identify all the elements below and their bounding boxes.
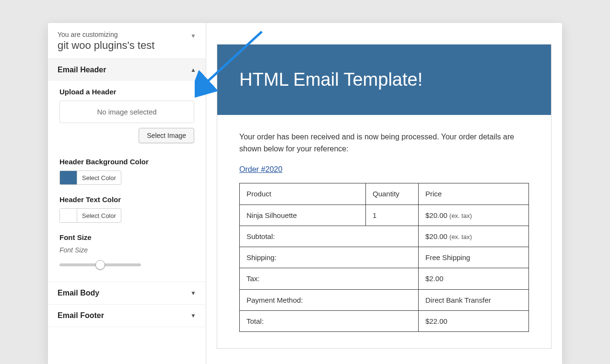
item-qty: 1 <box>366 205 419 226</box>
sidebar-header: You are customizing git woo plugins's te… <box>48 23 206 58</box>
header-text-color-picker[interactable]: Select Color <box>59 208 121 223</box>
item-name: Ninja Silhouette <box>240 205 366 226</box>
customizer-frame: You are customizing git woo plugins's te… <box>48 23 562 364</box>
section-email-footer-toggle[interactable]: Email Footer ▼ <box>48 305 206 327</box>
header-text-color-label: Header Text Color <box>59 195 194 204</box>
select-color-button[interactable]: Select Color <box>77 210 121 221</box>
item-price: $20.00 (ex. tax) <box>419 205 529 226</box>
header-bg-color-label: Header Background Color <box>59 158 194 166</box>
customizer-sidebar: You are customizing git woo plugins's te… <box>48 23 206 364</box>
order-link[interactable]: Order #2020 <box>239 165 282 173</box>
table-row: Tax: $2.00 <box>240 268 529 289</box>
chevron-down-icon: ▼ <box>190 290 196 296</box>
row-value: $22.00 <box>419 310 529 331</box>
email-preview-card: HTML Email Template! Your order has been… <box>217 44 551 349</box>
row-label: Tax: <box>240 268 419 289</box>
row-label: Payment Method: <box>240 289 419 310</box>
row-label: Subtotal: <box>240 226 419 247</box>
section-email-body-toggle[interactable]: Email Body ▼ <box>48 282 206 304</box>
col-product: Product <box>240 183 366 205</box>
select-image-button[interactable]: Select Image <box>139 128 194 143</box>
row-label: Shipping: <box>240 247 419 268</box>
color-swatch-icon <box>60 171 77 184</box>
site-title: git woo plugins's test <box>58 39 196 52</box>
col-price: Price <box>419 183 529 205</box>
email-intro-text: Your order has been received and is now … <box>239 131 529 155</box>
section-email-body-title: Email Body <box>58 289 99 297</box>
table-row: Shipping: Free Shipping <box>240 247 529 268</box>
chevron-up-icon: ▲ <box>190 67 196 73</box>
table-row: Product Quantity Price <box>240 183 529 205</box>
header-bg-color-picker[interactable]: Select Color <box>59 171 121 185</box>
font-size-sublabel: Font Size <box>59 246 194 254</box>
order-table: Product Quantity Price Ninja Silhouette … <box>239 183 529 332</box>
table-row: Payment Method: Direct Bank Transfer <box>240 289 529 310</box>
email-hero: HTML Email Template! <box>217 45 551 115</box>
upload-dropzone[interactable]: No image selected <box>59 101 194 123</box>
row-value: $2.00 <box>419 268 529 289</box>
upload-header-label: Upload a Header <box>59 88 194 96</box>
row-value: Free Shipping <box>419 247 529 268</box>
section-email-header-toggle[interactable]: Email Header ▲ <box>48 59 206 81</box>
section-email-footer-title: Email Footer <box>58 311 104 320</box>
font-size-label: Font Size <box>59 233 194 241</box>
section-email-body: Email Body ▼ <box>48 282 206 304</box>
row-label: Total: <box>240 310 419 331</box>
collapse-icon[interactable]: ▼ <box>190 33 196 39</box>
table-row: Ninja Silhouette 1 $20.00 (ex. tax) <box>240 205 529 226</box>
select-color-button[interactable]: Select Color <box>77 172 121 183</box>
table-row: Subtotal: $20.00 (ex. tax) <box>240 226 529 247</box>
col-quantity: Quantity <box>366 183 419 205</box>
preview-pane: HTML Email Template! Your order has been… <box>206 23 562 364</box>
color-swatch-icon <box>60 209 77 222</box>
table-row: Total: $22.00 <box>240 310 529 331</box>
email-body: Your order has been received and is now … <box>217 115 551 348</box>
chevron-down-icon: ▼ <box>190 312 196 319</box>
section-email-header-title: Email Header <box>58 66 106 74</box>
row-value: Direct Bank Transfer <box>419 289 529 310</box>
section-email-footer: Email Footer ▼ <box>48 304 206 327</box>
row-value: $20.00 (ex. tax) <box>419 226 529 247</box>
customizing-label: You are customizing <box>58 31 196 38</box>
font-size-slider[interactable] <box>59 263 141 266</box>
section-email-header: Email Header ▲ Upload a Header No image … <box>48 58 206 282</box>
section-email-header-body: Upload a Header No image selected Select… <box>48 81 206 282</box>
